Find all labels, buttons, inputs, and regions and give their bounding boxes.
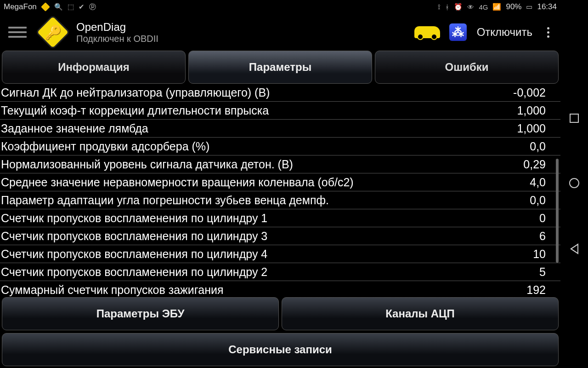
parameter-value: 0,29 xyxy=(514,158,560,171)
vk-icon: ✔ xyxy=(79,3,85,11)
parameter-value: 0,0 xyxy=(520,194,560,207)
main-tabs: Информация Параметры Ошибки xyxy=(0,51,560,84)
parameter-row[interactable]: Счетчик пропусков воспламенения по цилин… xyxy=(0,245,560,263)
overflow-menu-button[interactable] xyxy=(543,24,554,40)
service-records-button[interactable]: Сервисные записи xyxy=(2,333,559,366)
parameter-name: Коэффициент продувки адсорбера (%) xyxy=(1,140,520,153)
carrier-icon xyxy=(41,2,50,12)
parameter-list[interactable]: Сигнал ДК до нейтрализатора (управляющег… xyxy=(0,84,560,296)
bottom-toolbar: Параметры ЭБУ Каналы АЦП Сервисные запис… xyxy=(0,296,560,368)
parameter-row[interactable]: Параметр адаптации угла погрешности зубь… xyxy=(0,191,560,209)
parameter-name: Счетчик пропусков воспламенения по цилин… xyxy=(1,212,530,225)
ecu-params-button[interactable]: Параметры ЭБУ xyxy=(2,297,279,330)
tab-errors[interactable]: Ошибки xyxy=(375,51,559,84)
parameter-value: 0,0 xyxy=(520,140,560,153)
alarm-icon: ⏰ xyxy=(454,3,463,11)
parameter-name: Параметр адаптации угла погрешности зубь… xyxy=(1,194,520,207)
nav-back-button[interactable] xyxy=(570,243,578,254)
app-subtitle: Подключен к OBDII xyxy=(76,34,158,44)
battery-icon: ▭ xyxy=(526,3,532,11)
parameter-value: 1,000 xyxy=(508,104,560,117)
carrier-label: MegaFon xyxy=(4,2,37,12)
tab-params[interactable]: Параметры xyxy=(188,51,372,84)
parameter-name: Счетчик пропусков воспламенения по цилин… xyxy=(1,265,530,279)
parameter-row[interactable]: Сигнал ДК до нейтрализатора (управляющег… xyxy=(0,84,560,102)
bluetooth-status-icon: ᚼ xyxy=(445,3,449,11)
parameter-name: Заданное значение лямбда xyxy=(1,122,508,135)
tab-info[interactable]: Информация xyxy=(2,51,186,84)
parameter-value: 10 xyxy=(524,247,560,261)
parameter-value: 0 xyxy=(530,212,560,225)
adc-channels-button[interactable]: Каналы АЦП xyxy=(282,297,559,330)
disconnect-button[interactable]: Отключить xyxy=(477,26,532,39)
parameter-row[interactable]: Текущий коэф-т коррекции длительности вп… xyxy=(0,102,560,120)
eye-icon: 👁 xyxy=(467,3,474,11)
parameter-row[interactable]: Среднее значение неравномерности вращени… xyxy=(0,173,560,191)
parameter-name: Нормализованный уровень сигнала датчика … xyxy=(1,158,514,171)
parameter-row[interactable]: Нормализованный уровень сигнала датчика … xyxy=(0,155,560,173)
car-icon[interactable] xyxy=(414,26,440,38)
nav-recent-button[interactable] xyxy=(570,114,579,123)
search-icon: 🔍 xyxy=(54,3,63,11)
parameter-value: 6 xyxy=(530,230,560,243)
parameter-row[interactable]: Счетчик пропусков воспламенения по цилин… xyxy=(0,227,560,245)
parameter-name: Среднее значение неравномерности вращени… xyxy=(1,176,520,189)
crop-icon: ⬚ xyxy=(68,3,74,11)
parameter-row[interactable]: Счетчик пропусков воспламенения по цилин… xyxy=(0,263,560,281)
signal-icon: 📶 xyxy=(492,3,501,11)
parameter-value: 192 xyxy=(517,283,560,297)
parameter-value: 4,0 xyxy=(520,176,560,189)
parameter-name: Счетчик пропусков воспламенения по цилин… xyxy=(1,247,524,261)
system-nav-bar xyxy=(560,0,588,368)
parameter-value: -0,002 xyxy=(504,86,560,99)
menu-button[interactable] xyxy=(8,23,27,41)
app-title: OpenDiag xyxy=(76,21,158,34)
bluetooth-icon[interactable]: ⁂ xyxy=(449,23,467,41)
parameter-name: Суммарный счетчик пропусков зажигания xyxy=(1,283,517,297)
clock-label: 16:34 xyxy=(537,2,557,12)
parameter-value: 1,000 xyxy=(508,122,560,135)
parameter-row[interactable]: Счетчик пропусков воспламенения по цилин… xyxy=(0,209,560,227)
parameter-row[interactable]: Заданное значение лямбда1,000 xyxy=(0,120,560,138)
scrollbar-thumb[interactable] xyxy=(556,159,559,263)
status-bar: MegaFon 🔍 ⬚ ✔ ⓟ ⟟ ᚼ ⏰ 👁 4G 📶 90% ▭ 16:34 xyxy=(0,0,560,14)
network-icon: 4G xyxy=(479,3,488,11)
parameter-row[interactable]: Суммарный счетчик пропусков зажигания192 xyxy=(0,281,560,296)
gps-icon: ⟟ xyxy=(438,3,441,11)
parameter-name: Счетчик пропусков воспламенения по цилин… xyxy=(1,230,530,243)
parameter-value: 5 xyxy=(530,265,560,279)
parameter-row[interactable]: Коэффициент продувки адсорбера (%)0,0 xyxy=(0,138,560,155)
parameter-name: Сигнал ДК до нейтрализатора (управляющег… xyxy=(1,86,504,99)
nav-home-button[interactable] xyxy=(569,178,579,188)
pinterest-icon: ⓟ xyxy=(89,3,96,12)
app-bar: 🔑 OpenDiag Подключен к OBDII ⁂ Отключить xyxy=(0,14,560,51)
app-logo: 🔑 xyxy=(35,15,70,50)
battery-label: 90% xyxy=(506,2,521,12)
parameter-name: Текущий коэф-т коррекции длительности вп… xyxy=(1,104,508,117)
